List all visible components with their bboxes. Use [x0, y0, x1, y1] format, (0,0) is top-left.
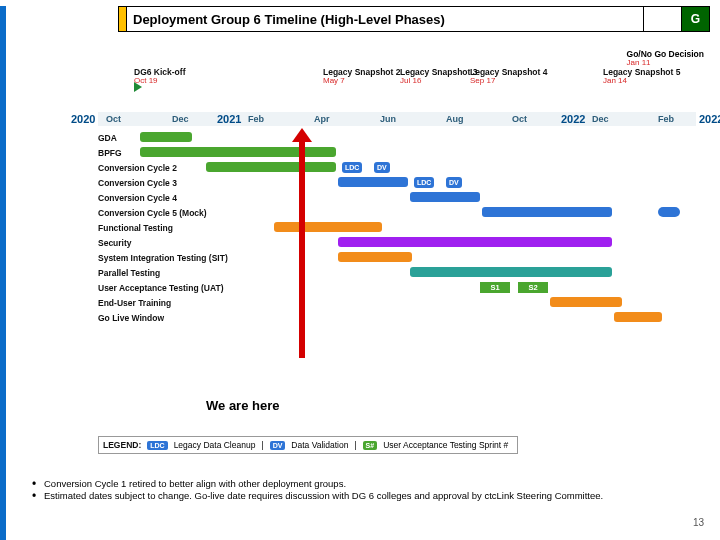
bar [410, 192, 480, 202]
legend-text: Data Validation [291, 440, 348, 450]
gantt-row: GDA [98, 130, 708, 145]
year-label: 2020 [68, 112, 98, 126]
milestone: Legacy Snapshot 5 Jan 14 [603, 68, 680, 85]
milestone-row: DG6 Kick-off Oct 19 Legacy Snapshot 2 Ma… [98, 68, 708, 106]
title-gap [643, 7, 677, 31]
gantt-row: System Integration Testing (SIT) [98, 250, 708, 265]
slide: Deployment Group 6 Timeline (High-Level … [0, 6, 720, 540]
bar [140, 132, 192, 142]
gantt-row: Functional Testing [98, 220, 708, 235]
arrow-shaft [299, 140, 305, 358]
month-tick: Jun [380, 112, 396, 126]
year-label: 2022 [696, 112, 720, 126]
footnote: Estimated dates subject to change. Go-li… [32, 490, 672, 502]
bar [338, 237, 612, 247]
dv-pill: DV [374, 162, 390, 173]
year-label: 2021 [214, 112, 244, 126]
row-label: Security [98, 238, 238, 248]
page-number: 13 [693, 517, 704, 528]
year-label: 2022 [558, 112, 588, 126]
gantt-chart: Go/No Go Decision Jan 11 DG6 Kick-off Oc… [98, 68, 708, 358]
bar [658, 207, 680, 217]
legend-chip-dv: DV [270, 441, 286, 450]
bar [482, 207, 612, 217]
row-label: Conversion Cycle 3 [98, 178, 238, 188]
legend: LEGEND: LDC Legacy Data Cleanup | DV Dat… [98, 436, 518, 454]
row-label: End-User Training [98, 298, 238, 308]
milestone: DG6 Kick-off Oct 19 [134, 68, 185, 85]
legend-chip-ldc: LDC [147, 441, 167, 450]
bar [338, 252, 412, 262]
month-tick: Feb [658, 112, 674, 126]
gantt-rows: GDA BPFG Conversion Cycle 2 LDC DV Conve… [98, 130, 708, 325]
month-tick: Oct [106, 112, 121, 126]
go-no-go-milestone: Go/No Go Decision Jan 11 [627, 50, 704, 67]
status-badge: G [681, 7, 709, 31]
title-accent [119, 7, 127, 31]
milestone-date: Jan 14 [603, 77, 680, 85]
bar [274, 222, 382, 232]
gantt-row: User Acceptance Testing (UAT) S1 S2 [98, 280, 708, 295]
legend-text: Legacy Data Cleanup [174, 440, 256, 450]
we-are-here-label: We are here [206, 398, 279, 413]
bar [338, 177, 408, 187]
milestone: Legacy Snapshot 3 Jul 16 [400, 68, 477, 85]
legend-sep: | [354, 440, 356, 450]
bar [206, 162, 336, 172]
row-label: User Acceptance Testing (UAT) [98, 283, 238, 293]
row-label: Parallel Testing [98, 268, 238, 278]
gantt-row: End-User Training [98, 295, 708, 310]
sprint-badge: S2 [518, 282, 548, 293]
gantt-row: Parallel Testing [98, 265, 708, 280]
gantt-row: Security [98, 235, 708, 250]
footnote: Conversion Cycle 1 retired to better ali… [32, 478, 672, 490]
gantt-row: BPFG [98, 145, 708, 160]
month-tick: Aug [446, 112, 464, 126]
month-tick: Oct [512, 112, 527, 126]
gantt-row: Go Live Window [98, 310, 708, 325]
month-tick: Dec [172, 112, 189, 126]
legend-key: LEGEND: [103, 440, 141, 450]
time-axis: 2020 Oct Dec 2021 Feb Apr Jun Aug Oct 20… [98, 112, 708, 126]
gantt-row: Conversion Cycle 4 [98, 190, 708, 205]
milestone: Legacy Snapshot 2 May 7 [323, 68, 400, 85]
page-title: Deployment Group 6 Timeline (High-Level … [127, 7, 643, 31]
gantt-row: Conversion Cycle 2 LDC DV [98, 160, 708, 175]
bar [614, 312, 662, 322]
ldc-pill: LDC [342, 162, 362, 173]
ldc-pill: LDC [414, 177, 434, 188]
sprint-badge: S1 [480, 282, 510, 293]
milestone-date: Sep 17 [470, 77, 547, 85]
current-date-arrow-icon [296, 128, 308, 358]
legend-sep: | [261, 440, 263, 450]
milestone: Legacy Snapshot 4 Sep 17 [470, 68, 547, 85]
row-label: Functional Testing [98, 223, 238, 233]
month-tick: Apr [314, 112, 330, 126]
bar [410, 267, 612, 277]
title-bar: Deployment Group 6 Timeline (High-Level … [118, 6, 710, 32]
legend-text: User Acceptance Testing Sprint # [383, 440, 508, 450]
row-label: Conversion Cycle 5 (Mock) [98, 208, 238, 218]
bar [550, 297, 622, 307]
month-tick: Dec [592, 112, 609, 126]
dv-pill: DV [446, 177, 462, 188]
row-label: Conversion Cycle 4 [98, 193, 238, 203]
legend-chip-sprint: S# [363, 441, 378, 450]
month-tick: Feb [248, 112, 264, 126]
milestone-date: Oct 19 [134, 77, 185, 85]
milestone-date: May 7 [323, 77, 400, 85]
footnotes: Conversion Cycle 1 retired to better ali… [32, 478, 672, 502]
gantt-row: Conversion Cycle 3 LDC DV [98, 175, 708, 190]
milestone-date: Jul 16 [400, 77, 477, 85]
row-label: Go Live Window [98, 313, 238, 323]
row-label: System Integration Testing (SIT) [98, 253, 238, 263]
gantt-row: Conversion Cycle 5 (Mock) [98, 205, 708, 220]
